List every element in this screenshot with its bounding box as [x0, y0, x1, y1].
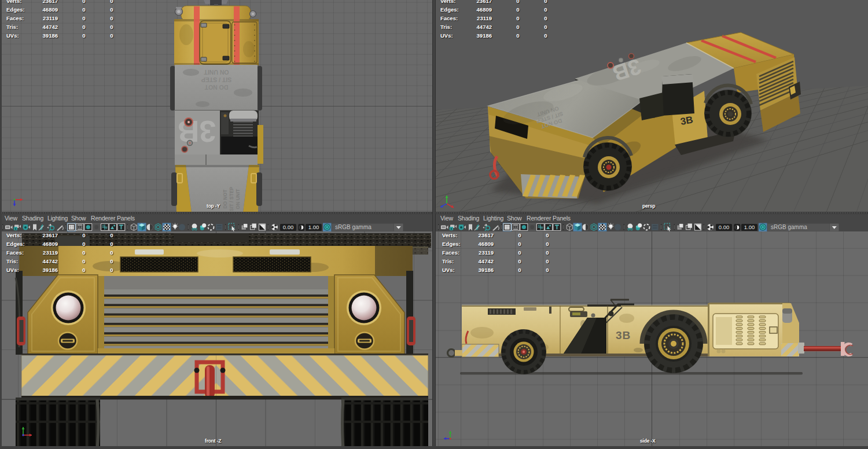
svg-text:0.00: 0.00 [719, 224, 730, 230]
svg-text:3B: 3B [178, 115, 216, 148]
svg-text:3B: 3B [616, 329, 631, 341]
svg-text:DO NOT: DO NOT [204, 84, 228, 91]
svg-text:sRGB gamma: sRGB gamma [771, 224, 807, 230]
svg-text:0.00: 0.00 [283, 224, 294, 230]
svg-text:SIT / STEP: SIT / STEP [229, 186, 234, 211]
svg-text:ON UNIT: ON UNIT [235, 189, 241, 209]
svg-text:1.00: 1.00 [308, 224, 319, 230]
svg-text:ON UNIT: ON UNIT [204, 69, 229, 76]
svg-text:1.00: 1.00 [744, 224, 755, 230]
svg-text:SIT / STEP: SIT / STEP [201, 76, 232, 83]
svg-text:3B: 3B [679, 114, 694, 127]
svg-text:DO NOT: DO NOT [222, 189, 228, 209]
svg-text:sRGB gamma: sRGB gamma [335, 224, 372, 230]
